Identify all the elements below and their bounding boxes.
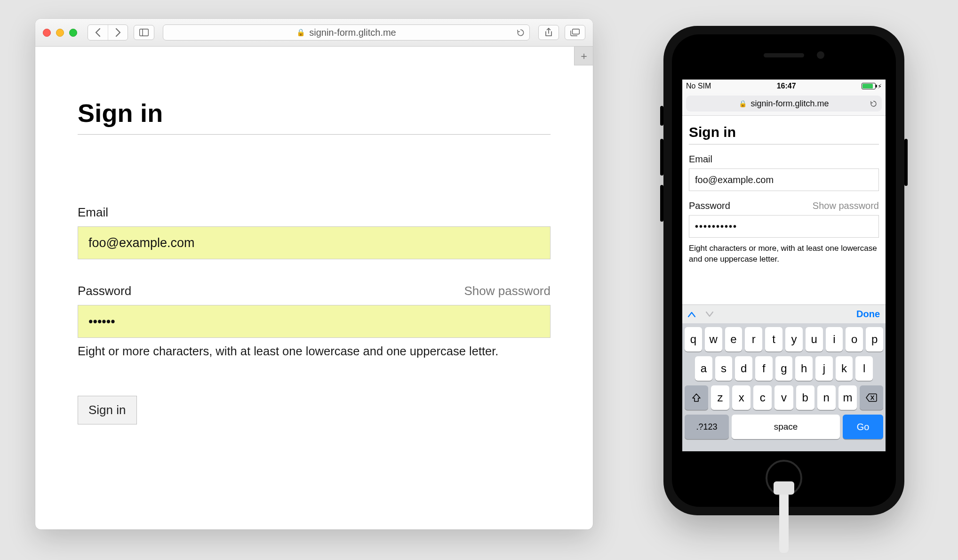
key-o[interactable]: o <box>846 327 863 352</box>
keyboard-row-1: qwertyuiop <box>685 327 883 352</box>
new-tab-button[interactable]: ＋ <box>574 47 593 65</box>
tabs-button[interactable] <box>565 25 585 40</box>
sidebar-button[interactable] <box>134 25 154 40</box>
keyboard-row-3: zxcvbnm <box>685 385 883 410</box>
password-input[interactable] <box>78 305 551 338</box>
keyboard-done-button[interactable]: Done <box>856 309 880 320</box>
mobile-password-label: Password <box>689 200 730 211</box>
key-j[interactable]: j <box>815 356 833 381</box>
key-k[interactable]: k <box>836 356 853 381</box>
mobile-password-input[interactable] <box>689 215 879 238</box>
nav-back-forward-group <box>88 24 128 40</box>
power-button <box>904 139 908 186</box>
page-title: Sign in <box>78 98 551 128</box>
speaker-grille <box>764 53 804 57</box>
safari-window: 🔒 signin-form.glitch.me ＋ Sign in Email <box>35 19 593 529</box>
share-button[interactable] <box>538 25 559 40</box>
key-c[interactable]: c <box>753 385 772 410</box>
email-field-group: Email <box>78 205 551 259</box>
key-z[interactable]: z <box>711 385 729 410</box>
mobile-password-field-group: Password Show password Eight characters … <box>689 200 879 265</box>
key-a[interactable]: a <box>695 356 712 381</box>
lock-icon: 🔒 <box>739 100 747 107</box>
key-n[interactable]: n <box>817 385 836 410</box>
key-v[interactable]: v <box>774 385 793 410</box>
zoom-window-button[interactable] <box>69 29 77 37</box>
mobile-reload-button[interactable] <box>870 100 877 107</box>
password-label: Password <box>78 284 131 298</box>
charging-cable <box>779 492 789 553</box>
key-u[interactable]: u <box>806 327 823 352</box>
keyboard-go-key[interactable]: Go <box>843 415 883 439</box>
forward-button[interactable] <box>108 25 128 40</box>
key-l[interactable]: l <box>855 356 873 381</box>
key-f[interactable]: f <box>755 356 773 381</box>
title-divider <box>78 134 551 135</box>
key-g[interactable]: g <box>775 356 793 381</box>
key-i[interactable]: i <box>826 327 843 352</box>
mobile-url-bar-container: 🔒 signin-form.glitch.me <box>682 93 886 116</box>
key-q[interactable]: q <box>685 327 702 352</box>
mobile-email-field-group: Email <box>689 154 879 191</box>
mute-switch <box>660 106 663 126</box>
reload-button[interactable] <box>517 29 525 37</box>
key-e[interactable]: e <box>725 327 742 352</box>
signin-form: Email Password Show password Eight or mo… <box>78 205 551 424</box>
address-bar[interactable]: 🔒 signin-form.glitch.me <box>163 24 530 40</box>
close-window-button[interactable] <box>43 29 51 37</box>
mobile-email-label: Email <box>689 154 712 165</box>
front-camera <box>817 51 824 59</box>
next-field-button[interactable] <box>706 312 713 317</box>
key-w[interactable]: w <box>705 327 722 352</box>
mobile-page-content: Sign in Email Password Show password Eig… <box>682 116 886 269</box>
mobile-title-divider <box>689 144 879 144</box>
back-button[interactable] <box>88 25 108 40</box>
key-m[interactable]: m <box>838 385 857 410</box>
iphone-screen: No SIM 16:47 ⚡︎ 🔒 signin-form.glitch.me … <box>682 80 886 451</box>
password-field-group: Password Show password Eight or more cha… <box>78 284 551 358</box>
keyboard-space-key[interactable]: space <box>732 415 840 439</box>
volume-down-button <box>660 185 663 222</box>
key-p[interactable]: p <box>866 327 883 352</box>
safari-toolbar: 🔒 signin-form.glitch.me <box>35 19 593 47</box>
status-bar: No SIM 16:47 ⚡︎ <box>682 80 886 93</box>
ios-keyboard: qwertyuiop asdfghjkl zxcvbnm .?123 space… <box>682 323 886 451</box>
mobile-email-input[interactable] <box>689 168 879 191</box>
email-input[interactable] <box>78 226 551 259</box>
key-x[interactable]: x <box>732 385 750 410</box>
page-content: Sign in Email Password Show password Eig… <box>35 47 593 443</box>
charging-icon: ⚡︎ <box>878 83 882 90</box>
mobile-password-hint: Eight characters or more, with at least … <box>689 243 879 265</box>
keyboard-row-2: asdfghjkl <box>685 356 883 381</box>
backspace-key[interactable] <box>860 385 883 410</box>
key-d[interactable]: d <box>735 356 752 381</box>
key-b[interactable]: b <box>796 385 814 410</box>
key-h[interactable]: h <box>795 356 813 381</box>
window-controls <box>43 29 77 37</box>
mobile-url-text: signin-form.glitch.me <box>750 99 829 109</box>
password-hint: Eight or more characters, with at least … <box>78 344 551 358</box>
key-y[interactable]: y <box>785 327 803 352</box>
signin-button[interactable]: Sign in <box>78 396 137 424</box>
show-password-toggle[interactable]: Show password <box>464 284 551 298</box>
svg-rect-0 <box>140 29 149 36</box>
lock-icon: 🔒 <box>296 28 305 37</box>
carrier-text: No SIM <box>686 82 711 90</box>
clock-text: 16:47 <box>777 82 796 90</box>
minimize-window-button[interactable] <box>56 29 64 37</box>
keyboard-accessory-bar: Done <box>682 304 886 323</box>
iphone-device: No SIM 16:47 ⚡︎ 🔒 signin-form.glitch.me … <box>663 26 904 515</box>
keyboard-numbers-key[interactable]: .?123 <box>685 415 729 439</box>
iphone-bezel: No SIM 16:47 ⚡︎ 🔒 signin-form.glitch.me … <box>672 34 896 507</box>
email-label: Email <box>78 205 108 220</box>
shift-key[interactable] <box>685 385 708 410</box>
mobile-address-bar[interactable]: 🔒 signin-form.glitch.me <box>686 96 882 112</box>
key-t[interactable]: t <box>765 327 782 352</box>
prev-field-button[interactable] <box>688 312 695 317</box>
url-text: signin-form.glitch.me <box>309 27 396 38</box>
key-r[interactable]: r <box>745 327 762 352</box>
key-s[interactable]: s <box>715 356 733 381</box>
svg-rect-2 <box>573 29 580 34</box>
battery-indicator: ⚡︎ <box>862 83 882 90</box>
mobile-show-password-toggle[interactable]: Show password <box>813 200 879 211</box>
